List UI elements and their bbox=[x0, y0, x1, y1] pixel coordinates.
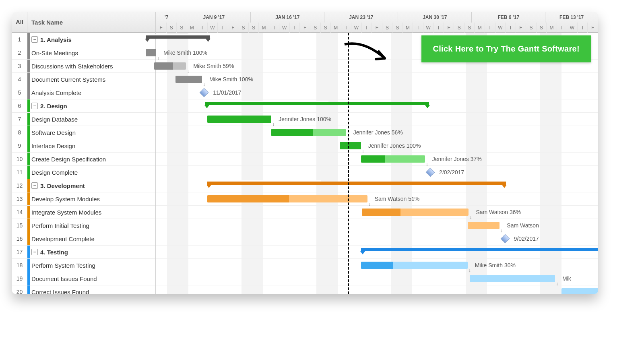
day-header[interactable]: S bbox=[249, 23, 259, 33]
summary-bar[interactable] bbox=[205, 102, 429, 107]
task-row[interactable]: 7Design Database bbox=[12, 113, 155, 126]
day-header[interactable]: S bbox=[454, 23, 464, 33]
day-header[interactable]: M bbox=[403, 23, 413, 33]
gantt-row[interactable] bbox=[156, 246, 598, 259]
task-bar[interactable] bbox=[154, 62, 186, 70]
milestone-diamond-icon[interactable] bbox=[500, 234, 510, 244]
day-header[interactable]: M bbox=[331, 23, 341, 33]
task-row[interactable]: 2On-Site Meetings bbox=[12, 46, 155, 60]
week-header[interactable]: JAN 30 '17 bbox=[398, 12, 472, 23]
day-header[interactable]: T bbox=[485, 23, 495, 33]
week-header[interactable]: FEB 6 '17 bbox=[472, 12, 545, 23]
gantt-row[interactable]: ↓Jennifer Jones 37% bbox=[156, 153, 598, 166]
task-row[interactable]: 18Perform System Testing bbox=[12, 259, 155, 272]
day-header[interactable]: S bbox=[321, 23, 331, 33]
day-header[interactable]: T bbox=[433, 23, 444, 33]
day-header[interactable]: F bbox=[300, 23, 310, 33]
day-header[interactable]: W bbox=[208, 23, 218, 33]
column-header-all[interactable]: All bbox=[12, 12, 27, 33]
task-bar[interactable] bbox=[207, 195, 367, 202]
task-row[interactable]: 8Software Design bbox=[12, 126, 155, 139]
task-bar[interactable] bbox=[361, 262, 468, 269]
task-bar[interactable] bbox=[361, 155, 425, 163]
day-header[interactable]: F bbox=[516, 23, 526, 33]
collapse-toggle-icon[interactable]: − bbox=[31, 249, 38, 255]
task-bar[interactable] bbox=[362, 209, 469, 216]
task-bar[interactable] bbox=[146, 49, 157, 56]
task-row[interactable]: 3Discussions with Stakeholders bbox=[12, 60, 155, 73]
day-header[interactable]: F bbox=[444, 23, 454, 33]
day-header[interactable]: F bbox=[156, 23, 167, 33]
day-header[interactable]: W bbox=[351, 23, 362, 33]
day-header[interactable]: S bbox=[537, 23, 547, 33]
week-header[interactable]: JAN 16 '17 bbox=[251, 12, 324, 23]
gantt-row[interactable]: ↓Jennifer Jones 100% bbox=[156, 113, 598, 126]
day-header[interactable]: M bbox=[259, 23, 269, 33]
task-row[interactable]: 16Development Complete bbox=[12, 232, 155, 246]
task-bar[interactable] bbox=[340, 142, 361, 149]
day-header[interactable]: F bbox=[588, 23, 598, 33]
week-header[interactable]: JAN 9 '17 bbox=[177, 12, 251, 23]
day-header[interactable]: T bbox=[362, 23, 372, 33]
task-bar[interactable] bbox=[175, 76, 202, 83]
gantt-row[interactable]: 9/02/2017 bbox=[156, 232, 598, 246]
task-bar[interactable] bbox=[561, 288, 598, 294]
task-row[interactable]: 1−1. Analysis bbox=[12, 33, 155, 46]
task-row[interactable]: 12−3. Development bbox=[12, 179, 155, 192]
column-header-taskname[interactable]: Task Name bbox=[27, 19, 155, 26]
cta-button[interactable]: Click Here to Try The Gantt Software! bbox=[421, 35, 591, 62]
gantt-row[interactable]: ↓Sam Watson bbox=[156, 219, 598, 232]
task-bar[interactable] bbox=[470, 275, 555, 282]
task-row[interactable]: 10Create Design Specification bbox=[12, 153, 155, 166]
day-header[interactable]: M bbox=[547, 23, 557, 33]
task-row[interactable]: 19Document Issues Found bbox=[12, 272, 155, 285]
day-header[interactable]: S bbox=[238, 23, 249, 33]
day-header[interactable]: S bbox=[392, 23, 403, 33]
task-row[interactable]: 4Document Current Systems bbox=[12, 73, 155, 86]
milestone-diamond-icon[interactable] bbox=[426, 168, 435, 177]
task-row[interactable]: 20Correct Issues Found bbox=[12, 285, 155, 294]
day-header[interactable]: W bbox=[423, 23, 434, 33]
summary-bar[interactable] bbox=[361, 248, 598, 253]
day-header[interactable]: T bbox=[578, 23, 588, 33]
gantt-row[interactable]: ↓Jennifer Jones 100% bbox=[156, 139, 598, 153]
milestone-diamond-icon[interactable] bbox=[200, 88, 209, 97]
task-row[interactable]: 17−4. Testing bbox=[12, 246, 155, 259]
gantt-row[interactable] bbox=[156, 99, 598, 113]
summary-bar[interactable] bbox=[207, 182, 506, 186]
gantt-row[interactable]: ↓Jennifer Jones 56% bbox=[156, 126, 598, 139]
collapse-toggle-icon[interactable]: − bbox=[31, 36, 38, 43]
task-row[interactable]: 6−2. Design bbox=[12, 99, 155, 113]
week-header[interactable]: FEB 13 '17 bbox=[545, 12, 598, 23]
collapse-toggle-icon[interactable]: − bbox=[31, 182, 38, 189]
day-header[interactable]: T bbox=[413, 23, 423, 33]
gantt-row[interactable]: ↓Mike Smith 30% bbox=[156, 259, 598, 272]
day-header[interactable]: T bbox=[218, 23, 228, 33]
gantt-row[interactable]: ↓ bbox=[156, 285, 598, 294]
day-header[interactable]: W bbox=[279, 23, 290, 33]
day-header[interactable]: T bbox=[197, 23, 208, 33]
week-header[interactable]: '7 bbox=[156, 12, 177, 23]
collapse-toggle-icon[interactable]: − bbox=[31, 103, 38, 109]
day-header[interactable]: T bbox=[557, 23, 568, 33]
day-header[interactable]: S bbox=[310, 23, 321, 33]
gantt-row[interactable]: ↓Sam Watson 51% bbox=[156, 192, 598, 206]
gantt-row[interactable]: 2/02/2017 bbox=[156, 166, 598, 179]
summary-bar[interactable] bbox=[146, 35, 210, 40]
task-row[interactable]: 5Analysis Complete bbox=[12, 86, 155, 99]
task-bar[interactable] bbox=[468, 222, 500, 229]
task-row[interactable]: 15Perform Initial Testing bbox=[12, 219, 155, 232]
day-header[interactable]: M bbox=[475, 23, 485, 33]
day-header[interactable]: T bbox=[290, 23, 300, 33]
week-header[interactable]: JAN 23 '17 bbox=[324, 12, 398, 23]
day-header[interactable]: S bbox=[382, 23, 393, 33]
day-header[interactable]: S bbox=[177, 23, 187, 33]
gantt-row[interactable]: 11/01/2017 bbox=[156, 86, 598, 99]
task-row[interactable]: 11Design Complete bbox=[12, 166, 155, 179]
gantt-row[interactable]: ↓Sam Watson 36% bbox=[156, 206, 598, 219]
day-header[interactable]: T bbox=[506, 23, 516, 33]
day-header[interactable]: T bbox=[341, 23, 352, 33]
day-header[interactable]: W bbox=[495, 23, 506, 33]
gantt-row[interactable]: ↓Mik bbox=[156, 272, 598, 285]
day-header[interactable]: T bbox=[269, 23, 280, 33]
